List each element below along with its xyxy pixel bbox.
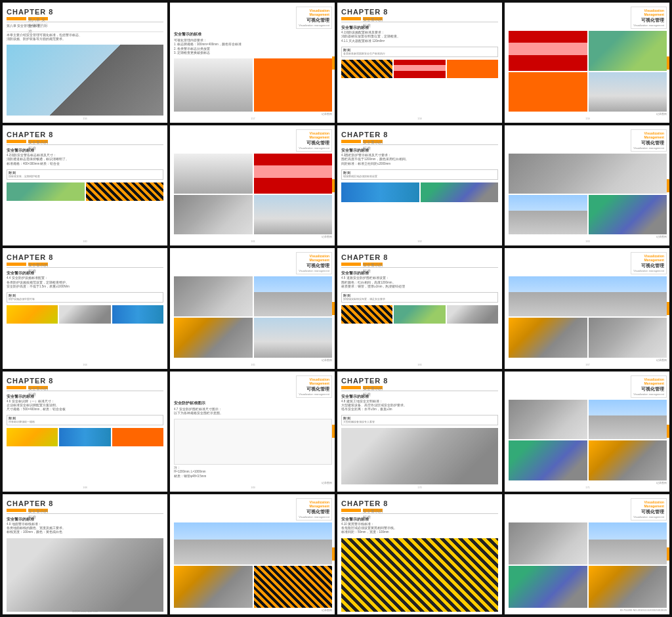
img-13b [59, 428, 110, 446]
img-4b [589, 31, 667, 71]
body-11: 4.5 道路安全防护围栏标准设置： 围栏颜色：红白相间，高度1200mm。 材质… [341, 276, 498, 289]
img-20d [589, 566, 667, 608]
viz-title-16: 可视化管理 [633, 386, 664, 393]
page-num-1: 156 [7, 116, 163, 120]
note-text-11: 按现场实际情况布置，满足安全要求 [343, 297, 496, 301]
page-2: VisualizationManagement 可视化管理 Visualizat… [170, 3, 335, 123]
body-text-1: 第八章 安全管理的标准 [7, 24, 163, 28]
right-header-12: VisualizationManagement 可视化管理 Visualizat… [509, 252, 667, 274]
chapter-subtitle-13: 安全警示的标准 [7, 385, 163, 391]
viz-mgmt-box-10: VisualizationManagement 可视化管理 Visualizat… [296, 252, 332, 274]
img-scaffold-12 [509, 276, 667, 316]
note-15: 附 则 大型机械设备须设专人看管 [341, 415, 498, 425]
img-row-11 [341, 305, 498, 324]
body-7: 4.3围栏防护警示标准及尺寸要求： 围栏高度不低于1200mm，颜色采用红白相间… [341, 154, 498, 166]
page-num-8: 163 [509, 238, 667, 243]
orange-bar-6 [332, 179, 335, 192]
img-grid-20 [509, 522, 667, 608]
viz-logo-18: VisualizationManagement [299, 500, 329, 508]
viz-title-12: 可视化管理 [633, 263, 664, 269]
right-content-18 [174, 522, 332, 608]
section-head-14: 安全防护标准图示 [174, 401, 332, 406]
divider-1 [7, 32, 163, 32]
right-header-18: VisualizationManagement 可视化管理 Visualizat… [174, 498, 332, 521]
page-15: CHAPTER 8 安全警示的标准 安全警示的标准 4.8 建筑工地安全文明标准… [337, 372, 502, 492]
body-13: 4.6 安全标识牌（一）标准尺寸： 企业标准安全标识牌配置方案说明。 尺寸规格：… [7, 400, 163, 412]
note-text-15: 大型机械设备须设专人看管 [343, 420, 496, 423]
right-header-2: VisualizationManagement 可视化管理 Visualizat… [174, 7, 332, 29]
img-11c [447, 305, 498, 324]
section-9: 安全警示的标准 [7, 271, 163, 276]
caption-text-20: ID:751200 NO:20101115203325013626 [620, 608, 667, 612]
img-row-2 [174, 58, 332, 112]
chapter-subtitle-9: 安全警示的标准 [7, 262, 163, 268]
body-5: 4.2消防安全警告标志标准及尺寸： 消防通道标志需保持畅通，标识清晰明了。 标准… [7, 154, 163, 166]
img-row-8 [509, 195, 667, 235]
right-content-10 [174, 276, 332, 357]
right-content-8 [509, 154, 667, 234]
viz-title-10: 可视化管理 [299, 263, 329, 269]
page-10: VisualizationManagement 可视化管理 Visualizat… [170, 248, 335, 368]
body-3: 4.1消防设施配置标准及要求： 消防器材应放置在明显位置，定期检查。 4.1.1… [341, 31, 498, 43]
page-num-13: 168 [7, 484, 163, 489]
img-red-3 [394, 60, 445, 78]
chapter-title-17: CHAPTER 8 [7, 500, 163, 507]
chapter-subtitle-11: 安全警示的标准 [341, 262, 498, 268]
viz-mgmt-box-12: VisualizationManagement 可视化管理 Visualizat… [631, 252, 667, 274]
page-14: VisualizationManagement 可视化管理 Visualizat… [170, 372, 335, 492]
caption-18: 记录图例 [174, 608, 332, 612]
viz-mgmt-box-14: VisualizationManagement 可视化管理 Visualizat… [296, 375, 332, 398]
viz-mgmt-box-20: VisualizationManagement 可视化管理 Visualizat… [631, 498, 667, 521]
img-12b [509, 318, 587, 358]
section-17: 安全警示的标准 [7, 517, 163, 522]
viz-title-18: 可视化管理 [299, 509, 329, 515]
img-grid-16 [509, 400, 667, 480]
img-4a [509, 31, 587, 71]
img-20b [589, 522, 667, 564]
img-10c [174, 318, 253, 358]
page-19: CHAPTER 8 安全警示的标准 安全警示的标准 4.10 黄黑警示线标准： … [337, 494, 502, 614]
chapter-title-7: CHAPTER 8 [341, 131, 498, 138]
img-11a [341, 305, 392, 324]
img-6c [174, 195, 253, 235]
page-12: VisualizationManagement 可视化管理 Visualizat… [505, 248, 669, 368]
img-6d [254, 195, 333, 235]
viz-subtitle-12: Visualization management [633, 269, 664, 272]
img-6a [174, 154, 253, 194]
note-text-13: 所有标识牌须统一规格 [9, 420, 161, 423]
viz-logo-4: VisualizationManagement [633, 9, 664, 16]
chapter-subtitle-1: 第八章 安全管理的标准 [7, 16, 163, 22]
chapter-subtitle-7: 安全警示的标准 [341, 139, 498, 145]
orange-bar-10 [332, 302, 335, 315]
img-diagram-14 [174, 419, 332, 465]
note-5: 附 则 按标准安装，定期维护检查 [7, 169, 163, 180]
section-head-2: 安全警示的标准 [174, 32, 332, 37]
img-fire-2a [174, 58, 253, 112]
right-content-14: 安全防护标准图示 4.7 安全防护围栏标准尺寸图示： 以下为各种规格安全围栏示意… [174, 400, 332, 480]
img-signs-9 [112, 305, 163, 324]
img-20a [509, 522, 587, 564]
img-fire-2b [254, 58, 333, 112]
chapter-subtitle-19: 安全警示的标准 [341, 508, 498, 514]
chapter-subtitle-15: 安全警示的标准 [341, 385, 498, 391]
body-14b: 注： H=1200mm; L=1000mm 材质：钢管φ48×3.5mm [174, 466, 332, 479]
orange-bar-4 [667, 56, 669, 70]
caption-20: ID:751200 NO:20101115203325013626 [509, 608, 667, 612]
page-num-9: 164 [7, 362, 163, 366]
img-wall-7b [421, 182, 499, 202]
img-18b [174, 566, 253, 608]
page-9: CHAPTER 8 安全警示的标准 安全警示的标准 4.4 安全防护设施标准配置… [3, 248, 167, 368]
chapter-title-3: CHAPTER 8 [341, 8, 498, 16]
chapter-subtitle-3: 安全警示的标准 [341, 16, 498, 22]
page-11: CHAPTER 8 安全警示的标准 安全警示的标准 4.5 道路安全防护围栏标准… [337, 248, 502, 368]
viz-subtitle-18: Visualization management [299, 515, 329, 519]
note-text-9: 防护设施必须牢固可靠 [9, 297, 161, 301]
body-17: 4.9 地面警示标线标准： 各类地面标线的颜色、宽度及施工要求。 标线宽度：10… [7, 522, 163, 535]
body-15: 4.8 建筑工地安全文明标准： 大型建筑设备、高空作业区域安全防护要求。 塔吊安… [341, 400, 498, 412]
page-3: CHAPTER 8 安全警示的标准 安全警示的标准 4.1消防设施配置标准及要求… [337, 3, 502, 123]
orange-bar-14 [332, 425, 335, 438]
right-header-20: VisualizationManagement 可视化管理 Visualizat… [509, 498, 667, 521]
chapter-title-13: CHAPTER 8 [7, 377, 163, 385]
viz-logo-10: VisualizationManagement [299, 254, 329, 262]
viz-title-4: 可视化管理 [633, 17, 664, 24]
